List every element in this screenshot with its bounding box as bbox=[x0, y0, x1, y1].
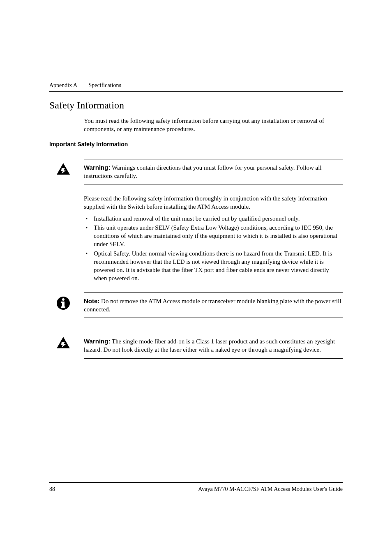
note-text: Note: Do not remove the ATM Access modul… bbox=[84, 297, 343, 314]
list-item: This unit operates under SELV (Safety Ex… bbox=[84, 223, 343, 249]
warning-block-2: Warning: The single mode fiber add-on is… bbox=[84, 333, 343, 359]
page-footer: 88 Avaya M770 M-ACCF/SF ATM Access Modul… bbox=[49, 482, 343, 493]
footer-title: Avaya M770 M-ACCF/SF ATM Access Modules … bbox=[198, 486, 343, 493]
warning-label: Warning: bbox=[84, 164, 110, 171]
section-title: Safety Information bbox=[49, 100, 343, 111]
note-label: Note: bbox=[84, 297, 99, 304]
info-icon bbox=[56, 296, 71, 311]
list-item: Optical Safety. Under normal viewing con… bbox=[84, 249, 343, 283]
note-block: Note: Do not remove the ATM Access modul… bbox=[84, 292, 343, 318]
warning-body: Warnings contain directions that you mus… bbox=[84, 164, 322, 179]
subsection-heading: Important Safety Information bbox=[49, 141, 343, 147]
note-body: Do not remove the ATM Access module or t… bbox=[84, 298, 341, 313]
bullet-list: Installation and removal of the unit mus… bbox=[84, 214, 343, 283]
warning-icon bbox=[56, 336, 71, 351]
header-appendix: Appendix A bbox=[49, 82, 77, 89]
safety-body-paragraph: Please read the following safety informa… bbox=[84, 194, 343, 211]
running-header: Appendix A Specifications bbox=[49, 82, 343, 92]
warning-body: The single mode fiber add-on is a Class … bbox=[84, 338, 335, 353]
warning-label: Warning: bbox=[84, 338, 110, 345]
warning-text-2: Warning: The single mode fiber add-on is… bbox=[84, 337, 343, 354]
intro-paragraph: You must read the following safety infor… bbox=[84, 117, 343, 134]
warning-icon bbox=[56, 162, 71, 177]
warning-block-1: Warning: Warnings contain directions tha… bbox=[84, 159, 343, 185]
svg-point-2 bbox=[62, 298, 65, 301]
page-number: 88 bbox=[49, 486, 55, 493]
warning-text-1: Warning: Warnings contain directions tha… bbox=[84, 164, 343, 180]
list-item: Installation and removal of the unit mus… bbox=[84, 214, 343, 223]
header-title: Specifications bbox=[89, 82, 121, 89]
